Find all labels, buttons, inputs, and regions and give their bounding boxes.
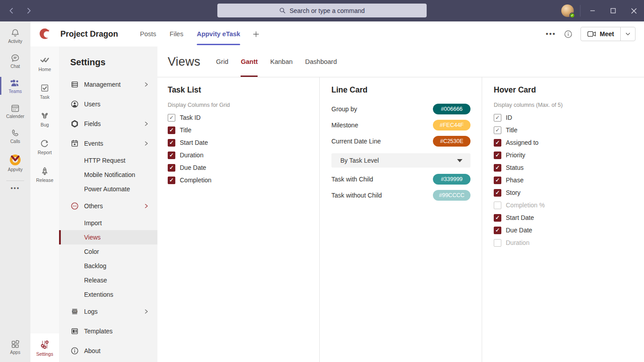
tab-gantt[interactable]: Gantt [241,46,258,77]
add-tab-button[interactable] [252,21,260,46]
checkbox-row-assigned-to[interactable]: Assigned to [494,136,633,149]
checkbox[interactable] [494,139,501,147]
nav-item-fields[interactable]: Fields [59,114,157,134]
close-button[interactable] [623,0,644,21]
nav-item-backlog[interactable]: Backlog [59,259,157,273]
search-input[interactable]: Search or type a command [217,4,427,17]
nav-item-import[interactable]: Import [59,216,157,230]
checkbox-row-task-id[interactable]: Task ID [168,111,308,124]
nav-item-events[interactable]: Events [59,134,157,153]
meet-button[interactable]: Meet [581,27,621,41]
hover-card-section: Hover Card Display columns (Max. of 5) I… [482,77,644,362]
nav-item-release[interactable]: Release [59,273,157,287]
sidebar-item-label: Appvity [8,167,23,172]
checkbox-row-title[interactable]: Title [168,124,308,136]
channel-more-ellipsis-icon[interactable]: ••• [546,30,556,38]
checkbox-row-title[interactable]: Title [494,124,633,136]
app-rail-item-report[interactable]: Report [30,134,59,159]
color-pill[interactable]: #339999 [433,174,470,185]
views-settings-content: Views Grid Gantt Kanban Dashboard Task L… [157,46,644,362]
forward-button[interactable] [22,4,35,17]
checkbox-row-phase[interactable]: Phase [494,174,633,186]
checkbox-row-due-date[interactable]: Due Date [168,161,308,174]
color-pill[interactable]: #99CCCC [433,190,470,201]
nav-item-about[interactable]: About [59,341,157,361]
checkbox[interactable] [494,214,501,222]
appvity-logo [8,153,22,166]
nav-item-color[interactable]: Color [59,244,157,259]
user-avatar[interactable]: ✓ [561,4,574,17]
app-rail-item-bug[interactable]: Bug [30,106,59,131]
maximize-button[interactable] [603,0,623,21]
sidebar-item-calls[interactable]: Calls [0,124,30,147]
app-rail-item-settings[interactable]: Settings [30,333,59,362]
nav-item-power-automate[interactable]: Power Automate [59,182,157,196]
checkbox-row-start-date[interactable]: Start Date [494,211,633,224]
checkbox[interactable] [168,164,175,172]
nav-item-others[interactable]: Others [59,196,157,216]
checkbox-row-start-date[interactable]: Start Date [168,136,308,149]
nav-item-management[interactable]: Management [59,75,157,94]
sidebar-item-activity[interactable]: Activity [0,24,30,47]
color-pill[interactable]: #006666 [433,104,470,114]
checkbox[interactable] [168,152,175,159]
sidebar-item-apps[interactable]: Apps [0,335,30,358]
minimize-button[interactable] [582,0,603,21]
channel-tabs: Posts Files Appvity eTask [133,21,260,46]
back-button[interactable] [5,4,18,17]
sidebar-item-teams[interactable]: Teams [0,74,30,97]
sidebar-item-calendar[interactable]: Calender [0,99,30,122]
checkbox[interactable] [168,114,175,122]
checkbox-row-priority[interactable]: Priority [494,149,633,161]
checkbox[interactable] [494,202,501,209]
checkbox-row-duration[interactable]: Duration [168,149,308,161]
checkbox[interactable] [494,152,501,159]
checkbox[interactable] [494,126,501,134]
chat-bubble-icon [10,53,20,63]
checkbox[interactable] [168,139,175,147]
tab-posts[interactable]: Posts [140,21,156,46]
sidebar-item-appvity[interactable]: Appvity [0,149,30,175]
nav-item-users[interactable]: Users [59,94,157,114]
nav-item-http-request[interactable]: HTTP Request [59,153,157,168]
meet-options-button[interactable] [621,27,635,41]
tab-files[interactable]: Files [169,21,183,46]
checkbox[interactable] [494,114,501,122]
checkbox[interactable] [494,239,501,247]
more-apps-ellipsis-icon[interactable]: ••• [11,185,20,195]
app-rail-item-home[interactable]: Home [30,51,59,76]
app-rail-item-label: Home [38,67,51,72]
checkbox-row-status[interactable]: Status [494,161,633,174]
nav-item-logs[interactable]: LOG Logs [59,302,157,321]
color-pill[interactable]: #C2530E [433,136,470,147]
nav-item-extentions[interactable]: Extentions [59,287,157,302]
checkbox-row-story[interactable]: Story [494,186,633,199]
nav-item-templates[interactable]: Templates [59,321,157,341]
color-pill[interactable]: #FEC44F [433,120,470,130]
channel-info-button[interactable] [564,30,572,38]
checkbox-row-completion-pct[interactable]: Completion % [494,199,633,211]
sidebar-item-chat[interactable]: Chat [0,49,30,72]
caret-down-icon [457,159,462,162]
task-level-dropdown[interactable]: By Task Level [331,153,470,168]
nav-item-mobile-notification[interactable]: Mobile Notification [59,168,157,182]
checkbox-row-completion[interactable]: Completion [168,174,308,186]
tab-kanban[interactable]: Kanban [270,46,292,77]
checkbox[interactable] [494,164,501,172]
tab-appvity-etask[interactable]: Appvity eTask [197,21,240,46]
checkbox[interactable] [494,189,501,197]
app-rail-item-release[interactable]: Release [30,162,59,187]
checkbox[interactable] [168,177,175,184]
checkbox[interactable] [168,126,175,134]
app-rail-item-task[interactable]: Task [30,79,59,104]
tab-dashboard[interactable]: Dashboard [305,46,337,77]
color-row-task-with-child: Task with Child #339999 [331,171,470,187]
color-row-task-without-child: Task without Child #99CCCC [331,187,470,203]
checkbox-row-id[interactable]: ID [494,111,633,124]
checkbox[interactable] [494,227,501,234]
checkbox-row-duration[interactable]: Duration [494,236,633,249]
checkbox[interactable] [494,177,501,184]
checkbox-row-due-date[interactable]: Due Date [494,224,633,236]
tab-grid[interactable]: Grid [216,46,228,77]
nav-item-views[interactable]: Views [59,230,157,244]
